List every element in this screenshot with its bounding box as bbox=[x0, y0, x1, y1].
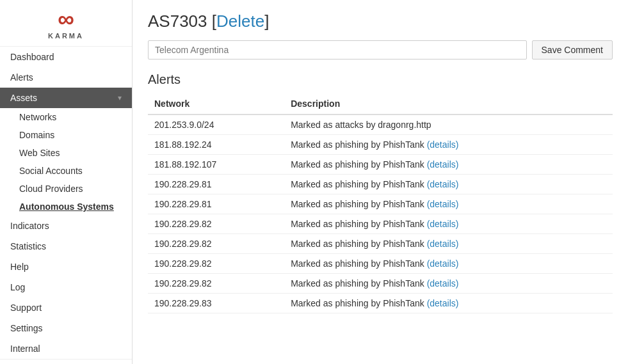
alert-description: Marked as attacks by dragonrg.http bbox=[284, 115, 613, 135]
detail-link[interactable]: (details) bbox=[427, 239, 459, 249]
alerts-section-title: Alerts bbox=[148, 72, 613, 87]
alert-network: 201.253.9.0/24 bbox=[148, 115, 284, 135]
page-title-suffix: ] bbox=[264, 12, 269, 31]
detail-link[interactable]: (details) bbox=[427, 298, 459, 308]
sidebar-item-indicators[interactable]: Indicators bbox=[0, 216, 132, 236]
sidebar-item-log[interactable]: Log bbox=[0, 277, 132, 297]
alert-network: 190.228.29.82 bbox=[148, 234, 284, 254]
alerts-table: Network Description 201.253.9.0/24Marked… bbox=[148, 93, 613, 313]
detail-link[interactable]: (details) bbox=[427, 179, 459, 189]
alert-network: 181.88.192.24 bbox=[148, 135, 284, 155]
table-row: 190.228.29.81Marked as phishing by Phish… bbox=[148, 194, 613, 214]
sidebar-item-domains[interactable]: Domains bbox=[0, 126, 132, 144]
sidebar-item-cloud-providers[interactable]: Cloud Providers bbox=[0, 180, 132, 198]
alert-network: 190.228.29.82 bbox=[148, 254, 284, 274]
table-row: 201.253.9.0/24Marked as attacks by drago… bbox=[148, 115, 613, 135]
alert-network: 190.228.29.82 bbox=[148, 274, 284, 294]
alert-network: 190.228.29.81 bbox=[148, 175, 284, 194]
logo-icon: ∞ bbox=[58, 8, 74, 31]
alert-network: 190.228.29.81 bbox=[148, 194, 284, 214]
detail-link[interactable]: (details) bbox=[427, 139, 459, 150]
sidebar-item-assets[interactable]: Assets ▾ bbox=[0, 88, 132, 108]
delete-link[interactable]: Delete bbox=[216, 12, 264, 31]
alert-network: 190.228.29.83 bbox=[148, 294, 284, 313]
sidebar-item-networks[interactable]: Networks bbox=[0, 108, 132, 126]
comment-row: Save Comment bbox=[148, 40, 613, 59]
detail-link[interactable]: (details) bbox=[427, 258, 459, 269]
sidebar-item-web-sites[interactable]: Web Sites bbox=[0, 144, 132, 162]
sidebar-item-internal[interactable]: Internal bbox=[0, 338, 132, 359]
main-content: AS7303 [Delete] Save Comment Alerts Netw… bbox=[133, 0, 628, 364]
page-title-prefix: AS7303 [ bbox=[148, 12, 216, 31]
alert-description: Marked as phishing by PhishTank (details… bbox=[284, 194, 613, 214]
chevron-down-icon: ▾ bbox=[118, 93, 122, 102]
alert-description: Marked as phishing by PhishTank (details… bbox=[284, 294, 613, 313]
sidebar-item-social-accounts[interactable]: Social Accounts bbox=[0, 162, 132, 180]
table-row: 190.228.29.82Marked as phishing by Phish… bbox=[148, 274, 613, 294]
sidebar-item-alerts[interactable]: Alerts bbox=[0, 67, 132, 88]
table-row: 181.88.192.107Marked as phishing by Phis… bbox=[148, 155, 613, 175]
detail-link[interactable]: (details) bbox=[427, 278, 459, 289]
sidebar-item-settings[interactable]: Settings bbox=[0, 318, 132, 338]
detail-link[interactable]: (details) bbox=[427, 199, 459, 209]
sidebar: ∞ KARMA Dashboard Alerts Assets ▾ Networ… bbox=[0, 0, 133, 364]
sidebar-item-autonomous-systems[interactable]: Autonomous Systems bbox=[0, 198, 132, 216]
table-row: 190.228.29.83Marked as phishing by Phish… bbox=[148, 294, 613, 313]
sidebar-item-statistics[interactable]: Statistics bbox=[0, 236, 132, 257]
table-row: 190.228.29.81Marked as phishing by Phish… bbox=[148, 175, 613, 194]
alert-description: Marked as phishing by PhishTank (details… bbox=[284, 135, 613, 155]
detail-link[interactable]: (details) bbox=[427, 159, 459, 170]
logo-label: KARMA bbox=[48, 32, 84, 40]
sidebar-bottom: Log Out fportantier@securetia.com bbox=[0, 359, 132, 364]
alert-description: Marked as phishing by PhishTank (details… bbox=[284, 234, 613, 254]
sidebar-item-help[interactable]: Help bbox=[0, 257, 132, 277]
comment-input[interactable] bbox=[148, 40, 527, 59]
sidebar-item-dashboard[interactable]: Dashboard bbox=[0, 47, 132, 67]
alert-description: Marked as phishing by PhishTank (details… bbox=[284, 155, 613, 175]
alert-description: Marked as phishing by PhishTank (details… bbox=[284, 214, 613, 234]
col-header-description: Description bbox=[284, 93, 613, 115]
alert-description: Marked as phishing by PhishTank (details… bbox=[284, 175, 613, 194]
table-row: 181.88.192.24Marked as phishing by Phish… bbox=[148, 135, 613, 155]
sidebar-item-support[interactable]: Support bbox=[0, 297, 132, 318]
alert-description: Marked as phishing by PhishTank (details… bbox=[284, 254, 613, 274]
col-header-network: Network bbox=[148, 93, 284, 115]
alert-network: 181.88.192.107 bbox=[148, 155, 284, 175]
page-title: AS7303 [Delete] bbox=[148, 12, 613, 31]
table-row: 190.228.29.82Marked as phishing by Phish… bbox=[148, 234, 613, 254]
table-row: 190.228.29.82Marked as phishing by Phish… bbox=[148, 214, 613, 234]
save-comment-button[interactable]: Save Comment bbox=[532, 40, 613, 59]
alert-network: 190.228.29.82 bbox=[148, 214, 284, 234]
detail-link[interactable]: (details) bbox=[427, 219, 459, 229]
alert-description: Marked as phishing by PhishTank (details… bbox=[284, 274, 613, 294]
table-row: 190.228.29.82Marked as phishing by Phish… bbox=[148, 254, 613, 274]
logo-area: ∞ KARMA bbox=[0, 0, 132, 47]
